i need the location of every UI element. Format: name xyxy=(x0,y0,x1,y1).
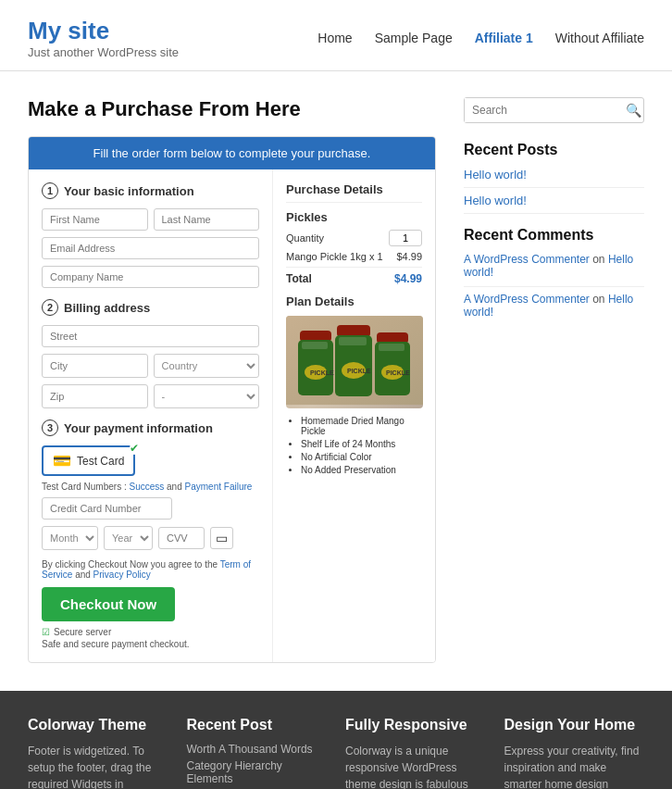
month-select[interactable]: Month xyxy=(42,526,98,550)
commenter-1-on: on xyxy=(592,253,608,266)
nav-affiliate1[interactable]: Affiliate 1 xyxy=(475,31,533,45)
first-name-input[interactable] xyxy=(42,208,148,231)
divider-2 xyxy=(464,213,644,214)
card-button[interactable]: 💳 Test Card ✔ xyxy=(42,445,135,476)
recent-comments-title: Recent Comments xyxy=(464,227,644,244)
search-input[interactable] xyxy=(465,98,618,122)
section3-num: 3 xyxy=(42,420,58,436)
street-input[interactable] xyxy=(42,325,259,347)
country-select[interactable]: Country xyxy=(154,354,259,378)
product-line-row: Mango Pickle 1kg x 1 $4.99 xyxy=(286,251,422,262)
credit-card-input[interactable] xyxy=(42,497,172,520)
pickle-jars-svg: PICKLE PICKLE PICKLE xyxy=(286,316,423,405)
site-title: My site xyxy=(28,17,179,45)
footer-widget-1-title: Colorway Theme xyxy=(28,717,168,733)
test-card-info: Test Card Numbers : Success and Payment … xyxy=(42,482,259,492)
email-row xyxy=(42,237,259,259)
footer-post-link-1[interactable]: Worth A Thousand Words xyxy=(187,743,328,756)
card-btn-label: Test Card xyxy=(77,455,124,468)
credit-card-icon: 💳 xyxy=(53,452,71,470)
email-input[interactable] xyxy=(42,237,259,259)
recent-post-1[interactable]: Hello world! xyxy=(464,168,644,182)
divider-1 xyxy=(464,187,644,188)
main-content: Make a Purchase From Here Fill the order… xyxy=(0,71,672,691)
section1-title: 1 Your basic information xyxy=(42,182,259,199)
section2-title: 2 Billing address xyxy=(42,299,259,316)
footer-widget-1: Colorway Theme Footer is widgetized. To … xyxy=(28,717,168,789)
product-price: $4.99 xyxy=(396,251,422,262)
svg-text:PICKLE: PICKLE xyxy=(347,368,371,374)
checkout-button[interactable]: Checkout Now xyxy=(42,587,175,621)
credit-card-row xyxy=(42,497,259,520)
page-title: Make a Purchase From Here xyxy=(28,97,436,121)
nav-without-affiliate[interactable]: Without Affiliate xyxy=(555,31,644,45)
product-name: Pickles xyxy=(286,210,422,224)
sidebar: 🔍 Recent Posts Hello world! Hello world!… xyxy=(464,97,644,663)
street-row xyxy=(42,325,259,347)
terms-prefix: By clicking Checkout Now you agree to th… xyxy=(42,559,218,570)
card-back-icon: ▭ xyxy=(210,527,233,549)
quantity-input[interactable] xyxy=(389,230,422,246)
company-input[interactable] xyxy=(42,266,259,288)
last-name-input[interactable] xyxy=(154,208,260,231)
footer-widgets: Colorway Theme Footer is widgetized. To … xyxy=(0,691,672,789)
commenter-2-on: on xyxy=(592,293,608,306)
footer-widget-4-text: Express your creativity, find inspiratio… xyxy=(504,743,645,789)
product-line-label: Mango Pickle 1kg x 1 xyxy=(286,251,383,262)
comment-1: A WordPress Commenter on Hello world! xyxy=(464,253,644,279)
test-card-sep: and xyxy=(167,482,184,492)
product-image: PICKLE PICKLE PICKLE xyxy=(286,316,423,408)
feature-1: Homemade Dried Mango Pickle xyxy=(301,416,422,436)
svg-rect-8 xyxy=(339,337,367,345)
recent-posts-title: Recent Posts xyxy=(464,142,644,158)
year-select[interactable]: Year xyxy=(104,526,153,550)
card-details-row: Month Year ▭ xyxy=(42,526,259,550)
nav-home[interactable]: Home xyxy=(317,31,352,45)
feature-2: Shelf Life of 24 Months xyxy=(301,439,422,449)
feature-3: No Artificial Color xyxy=(301,452,422,462)
extra-select[interactable]: - xyxy=(154,384,259,408)
section1-label: Your basic information xyxy=(64,184,194,198)
recent-post-2[interactable]: Hello world! xyxy=(464,194,644,207)
secure-row: ☑ Secure server xyxy=(42,627,259,637)
footer-widget-4-title: Design Your Home xyxy=(504,717,645,733)
safe-label: Safe and secure payment checkout. xyxy=(42,639,259,649)
footer-widget-2: Recent Post Worth A Thousand Words Categ… xyxy=(187,717,328,789)
total-row: Total $4.99 xyxy=(286,267,422,285)
form-body: 1 Your basic information xyxy=(29,169,435,662)
footer-post-link-2[interactable]: Category Hierarchy Elements xyxy=(187,759,328,785)
card-btn-row: 💳 Test Card ✔ xyxy=(42,445,259,476)
svg-text:PICKLE: PICKLE xyxy=(310,369,334,376)
test-card-label: Test Card Numbers : xyxy=(42,482,127,492)
footer-widget-4: Design Your Home Express your creativity… xyxy=(504,717,645,789)
commenter-1-link[interactable]: A WordPress Commenter xyxy=(464,253,590,266)
zip-row: - xyxy=(42,384,259,408)
terms-row: By clicking Checkout Now you agree to th… xyxy=(42,559,259,580)
check-icon: ✔ xyxy=(130,442,139,455)
header: My site Just another WordPress site Home… xyxy=(0,0,672,71)
site-branding: My site Just another WordPress site xyxy=(28,17,179,59)
footer-widget-3-text: Colorway is a unique responsive WordPres… xyxy=(345,743,486,789)
footer-widget-3: Fully Responsive Colorway is a unique re… xyxy=(345,717,486,789)
search-button[interactable]: 🔍 xyxy=(618,98,649,122)
svg-text:PICKLE: PICKLE xyxy=(386,369,410,376)
svg-rect-3 xyxy=(302,342,328,349)
test-card-failure-link[interactable]: Payment Failure xyxy=(185,482,253,492)
zip-input[interactable] xyxy=(42,384,148,408)
name-row xyxy=(42,208,259,231)
footer-widget-1-text: Footer is widgetized. To setup the foote… xyxy=(28,743,168,789)
footer-widget-2-title: Recent Post xyxy=(187,717,328,733)
cvv-input[interactable] xyxy=(158,527,205,549)
feature-4: No Added Preservation xyxy=(301,465,422,475)
main-nav: Home Sample Page Affiliate 1 Without Aff… xyxy=(317,31,644,45)
secure-checkbox-icon: ☑ xyxy=(42,627,50,637)
quantity-label: Quantity xyxy=(286,232,324,244)
section1-num: 1 xyxy=(42,182,58,199)
nav-sample-page[interactable]: Sample Page xyxy=(375,31,453,45)
total-label: Total xyxy=(286,272,312,285)
city-input[interactable] xyxy=(42,354,148,378)
test-card-success-link[interactable]: Success xyxy=(129,482,164,492)
city-country-row: Country xyxy=(42,354,259,378)
privacy-link[interactable]: Privacy Policy xyxy=(93,570,151,580)
commenter-2-link[interactable]: A WordPress Commenter xyxy=(464,293,590,306)
